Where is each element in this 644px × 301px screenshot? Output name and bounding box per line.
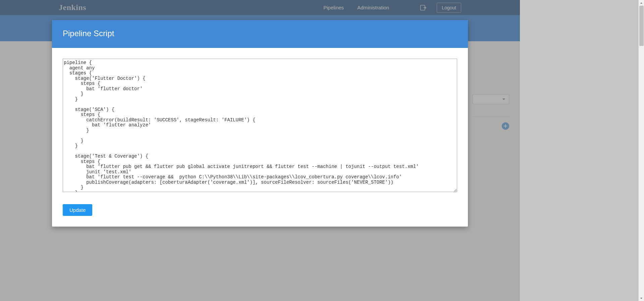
update-button[interactable]: Update (63, 204, 92, 216)
modal-footer: Update (52, 204, 468, 227)
browser-scrollbar[interactable] (638, 0, 644, 301)
modal-title: Pipeline Script (63, 29, 457, 38)
modal-body (52, 48, 468, 204)
pipeline-script-modal: Pipeline Script Update (52, 20, 468, 227)
modal-overlay[interactable]: Pipeline Script Update (0, 0, 520, 301)
modal-header: Pipeline Script (52, 20, 468, 48)
scroll-thumb[interactable] (639, 6, 644, 46)
scroll-down-icon[interactable] (639, 295, 644, 301)
pipeline-script-textarea[interactable] (63, 59, 457, 192)
scroll-up-icon[interactable] (639, 0, 644, 6)
